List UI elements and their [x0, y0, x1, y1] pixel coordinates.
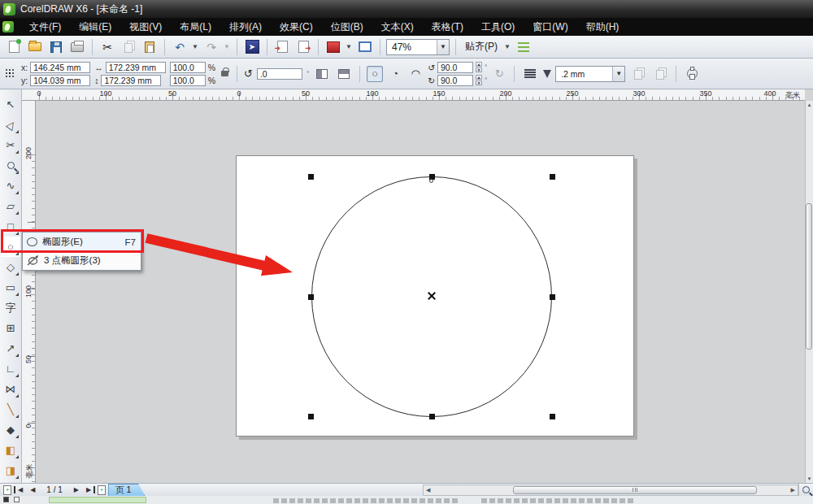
selection-handle-top-right[interactable]	[550, 174, 555, 180]
menu-effects[interactable]: 效果(C)	[271, 18, 322, 37]
options-button[interactable]	[515, 38, 533, 56]
selection-handle-middle-left[interactable]	[308, 294, 314, 300]
menu-app-icon[interactable]	[2, 21, 14, 33]
copy-button[interactable]	[120, 38, 137, 56]
ellipse-mode-button[interactable]: ○	[367, 66, 383, 82]
lock-ratio-icon[interactable]	[221, 71, 228, 76]
add-page-before-button[interactable]: +	[3, 485, 11, 495]
vertical-scroll-thumb[interactable]	[806, 203, 812, 350]
flyout-item-3-point-ellipse[interactable]: 3 点椭圆形(3)	[23, 251, 141, 270]
menu-tools[interactable]: 工具(O)	[472, 18, 524, 37]
save-button[interactable]	[47, 38, 65, 56]
crop-tool[interactable]: ✂	[1, 135, 20, 155]
ellipse-node[interactable]	[429, 179, 433, 183]
page-tab[interactable]: 页 1	[108, 484, 145, 496]
horizontal-scrollbar[interactable]: ◀ ▶	[423, 484, 798, 496]
object-center-marker[interactable]	[427, 291, 437, 301]
new-document-button[interactable]	[5, 38, 23, 56]
snap-to-button[interactable]: 贴齐(P)	[462, 40, 501, 54]
application-launcher-button[interactable]	[324, 38, 342, 56]
convert-to-curves-button[interactable]	[683, 65, 701, 83]
zoom-level-combo[interactable]: 47% ▼	[386, 39, 450, 55]
mirror-vertical-button[interactable]	[335, 65, 353, 83]
menu-edit[interactable]: 编辑(E)	[70, 18, 120, 37]
x-position-field[interactable]: 146.245 mm	[30, 62, 90, 73]
selection-handle-bottom-right[interactable]	[550, 414, 555, 419]
object-height-field[interactable]: 172.239 mm	[101, 75, 161, 86]
menu-arrange[interactable]: 排列(A)	[220, 18, 271, 37]
scroll-left-arrow[interactable]: ◀	[424, 487, 433, 493]
connector-tool[interactable]: ∟	[1, 358, 20, 379]
end-angle-spinner[interactable]: ▲▼	[476, 75, 482, 85]
menu-help[interactable]: 帮助(H)	[577, 18, 628, 37]
polygon-tool[interactable]: ◇	[1, 257, 20, 277]
menu-layout[interactable]: 布局(L)	[171, 18, 220, 37]
scroll-right-arrow[interactable]: ▶	[789, 487, 798, 493]
basic-shapes-tool[interactable]: ▭	[1, 277, 20, 298]
export-button[interactable]	[294, 38, 312, 56]
pick-tool[interactable]: ↖	[1, 94, 20, 115]
end-angle-field[interactable]: 90.0	[437, 75, 473, 86]
menu-window[interactable]: 窗口(W)	[524, 18, 576, 37]
menu-text[interactable]: 文本(X)	[372, 18, 423, 37]
vertical-ruler[interactable]: 200 100 50 0 毫米	[22, 101, 36, 483]
menu-bitmaps[interactable]: 位图(B)	[322, 18, 372, 37]
redo-dropdown[interactable]: ▼	[224, 43, 231, 50]
last-page-button[interactable]: ▶	[84, 486, 95, 493]
menu-table[interactable]: 表格(T)	[423, 18, 472, 37]
navigator-zoom-button[interactable]	[798, 484, 812, 496]
wrap-text-button[interactable]	[521, 65, 539, 83]
selection-handle-bottom-center[interactable]	[429, 414, 435, 419]
welcome-screen-button[interactable]	[356, 38, 374, 56]
first-page-button[interactable]: ◀	[14, 486, 25, 493]
shape-tool[interactable]: ▷	[1, 115, 20, 135]
object-width-field[interactable]: 172.239 mm	[106, 62, 166, 73]
table-tool[interactable]: ⊞	[1, 318, 20, 338]
mirror-horizontal-button[interactable]	[313, 65, 331, 83]
scroll-up-arrow[interactable]: ▲	[807, 101, 812, 109]
paste-button[interactable]	[141, 38, 159, 56]
outline-pen-tool[interactable]: ◆	[1, 419, 20, 440]
add-page-after-button[interactable]: +	[98, 485, 106, 495]
snap-to-dropdown[interactable]: ▼	[504, 43, 511, 50]
start-angle-field[interactable]: 90.0	[437, 62, 473, 73]
next-page-button[interactable]: ▶	[72, 486, 81, 493]
scale-v-field[interactable]: 100.0	[170, 75, 206, 86]
scale-h-field[interactable]: 100.0	[170, 62, 206, 73]
freehand-tool[interactable]: ∿	[1, 176, 20, 196]
search-content-button[interactable]: ➤	[243, 38, 261, 56]
open-button[interactable]	[26, 38, 44, 56]
horizontal-ruler[interactable]: 0 100 50 0 50 100 150 200 250 300 350 40…	[22, 89, 805, 101]
y-position-field[interactable]: 104.039 mm	[30, 75, 90, 86]
outline-width-combo[interactable]: .2 mm ▼	[555, 66, 625, 82]
eyedropper-tool[interactable]: ╲	[1, 399, 20, 419]
cut-button[interactable]: ✂	[98, 38, 116, 56]
arc-mode-button[interactable]: ◠	[407, 66, 424, 82]
blend-tool[interactable]: ⋈	[1, 379, 20, 399]
undo-button[interactable]: ↶	[171, 38, 189, 56]
start-angle-spinner[interactable]: ▲▼	[476, 62, 482, 72]
dimension-tool[interactable]: ↗	[1, 338, 20, 358]
print-button[interactable]	[68, 38, 86, 56]
menu-view[interactable]: 视图(V)	[120, 18, 171, 37]
fill-tool[interactable]: ◧	[1, 440, 20, 460]
previous-page-button[interactable]: ◀	[28, 486, 37, 493]
behind-text-button[interactable]	[651, 65, 669, 83]
menu-file[interactable]: 文件(F)	[20, 18, 70, 37]
selection-handle-bottom-left[interactable]	[308, 414, 314, 419]
rotation-angle-field[interactable]: .0	[257, 68, 302, 80]
smart-fill-tool[interactable]: ▱	[1, 196, 20, 216]
zoom-level-dropdown[interactable]: ▼	[437, 40, 449, 54]
horizontal-scroll-thumb[interactable]	[513, 486, 757, 494]
scroll-down-arrow[interactable]: ▼	[807, 475, 812, 483]
page-area[interactable]	[236, 155, 634, 437]
undo-dropdown[interactable]: ▼	[192, 43, 199, 50]
change-direction-button[interactable]: ↻	[491, 66, 507, 82]
text-tool[interactable]: 字	[1, 298, 20, 318]
redo-button[interactable]: ↷	[202, 38, 220, 56]
application-launcher-dropdown[interactable]: ▼	[346, 43, 353, 50]
pie-mode-button[interactable]: ◔	[387, 66, 403, 82]
selection-handle-top-left[interactable]	[308, 174, 314, 180]
wrap-paragraph-button[interactable]	[629, 65, 647, 83]
interactive-fill-tool[interactable]: ◨	[1, 460, 20, 480]
